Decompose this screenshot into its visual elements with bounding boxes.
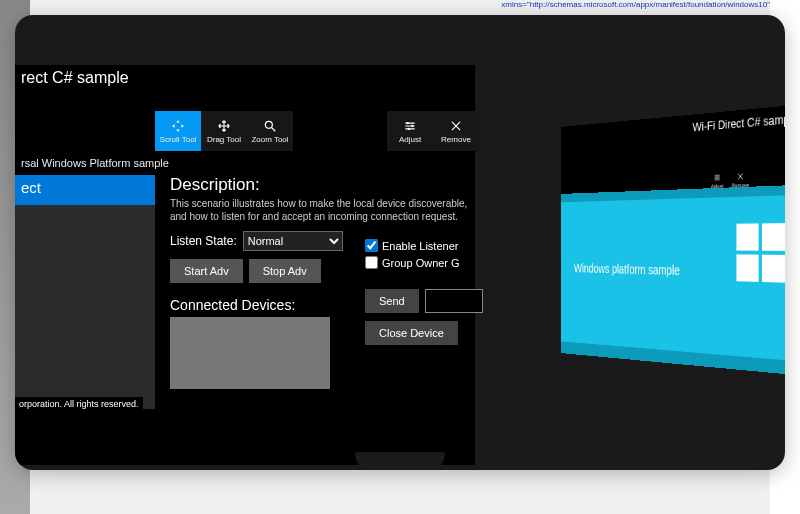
adjust-button[interactable]: Adjust (387, 111, 433, 151)
app-subtitle: rsal Windows Platform sample (15, 157, 175, 169)
enable-listener-label: Enable Listener (382, 240, 458, 252)
scenario-selected[interactable]: ect (15, 175, 155, 205)
scroll-tool-button[interactable]: Scroll Tool (155, 111, 201, 151)
zoom-tool-label: Zoom Tool (251, 135, 288, 144)
toolbar-right: Adjust Remove (387, 111, 479, 151)
enable-listener-row[interactable]: Enable Listener (365, 239, 460, 252)
options-group: Enable Listener Group Owner G (365, 239, 460, 273)
remove-icon (736, 172, 744, 182)
svg-point-2 (407, 121, 409, 123)
app-window-left: rect C# sample Scroll Tool Drag Tool Zoo… (15, 65, 475, 465)
move-icon (217, 119, 231, 133)
description-text: This scenario illustrates how to make th… (170, 197, 470, 223)
scroll-icon (171, 119, 185, 133)
scroll-tool-label: Scroll Tool (160, 135, 197, 144)
windows-logo-icon (736, 223, 785, 285)
send-input[interactable] (425, 289, 483, 313)
app-title: rect C# sample (15, 65, 135, 91)
remove-button[interactable]: Remove (433, 111, 479, 151)
group-owner-label: Group Owner G (382, 257, 460, 269)
drag-tool-button[interactable]: Drag Tool (201, 111, 247, 151)
emulator-stage: rect C# sample Scroll Tool Drag Tool Zoo… (15, 15, 785, 470)
toolbar: Scroll Tool Drag Tool Zoom Tool (155, 111, 293, 151)
svg-point-3 (411, 124, 413, 126)
adjust-label: Adjust (399, 135, 421, 144)
group-owner-row[interactable]: Group Owner G (365, 256, 460, 269)
start-adv-button[interactable]: Start Adv (170, 259, 243, 283)
description-heading: Description: (170, 175, 470, 195)
group-owner-checkbox[interactable] (365, 256, 378, 269)
listen-state-label: Listen State: (170, 234, 237, 248)
adjust-icon (403, 119, 417, 133)
copyright-text: orporation. All rights reserved. (15, 397, 143, 411)
remove-icon (449, 119, 463, 133)
scenario-content: Description: This scenario illustrates h… (170, 175, 470, 389)
listen-state-select[interactable]: Normal (243, 231, 343, 251)
svg-point-4 (408, 127, 410, 129)
zoom-tool-button[interactable]: Zoom Tool (247, 111, 293, 151)
headset-notch (355, 452, 445, 470)
adjust-icon (713, 173, 721, 183)
bg-code-hint: xmlns="http://schemas.microsoft.com/appx… (501, 0, 770, 9)
close-device-button[interactable]: Close Device (365, 321, 458, 345)
send-button[interactable]: Send (365, 289, 419, 313)
zoom-icon (263, 119, 277, 133)
right-title: Wi-Fi Direct C# sample (693, 111, 785, 134)
stop-adv-button[interactable]: Stop Adv (249, 259, 321, 283)
enable-listener-checkbox[interactable] (365, 239, 378, 252)
svg-point-0 (265, 121, 272, 128)
svg-line-1 (272, 127, 276, 131)
app-window-right: Wi-Fi Direct C# sample Adjust Remove Win… (561, 105, 785, 375)
scenario-list-bg (15, 205, 155, 409)
remove-label: Remove (441, 135, 471, 144)
drag-tool-label: Drag Tool (207, 135, 241, 144)
connected-devices-list[interactable] (170, 317, 330, 389)
